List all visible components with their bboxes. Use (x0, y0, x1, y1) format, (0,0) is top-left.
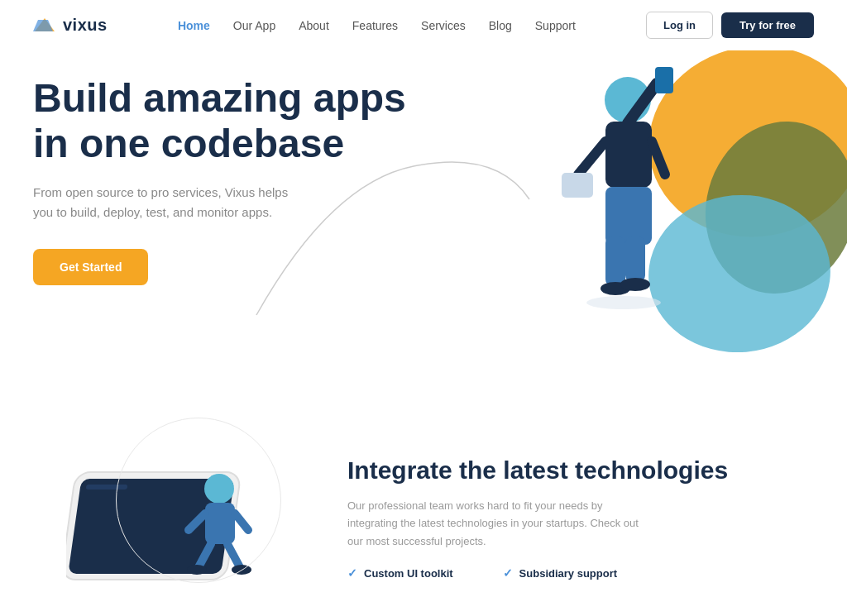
feature-item-1: ✓ Custom UI toolkit (347, 566, 453, 580)
features-list: ✓ Custom UI toolkit ✓ Subsidiary support (347, 566, 814, 580)
check-icon-2: ✓ (503, 566, 513, 580)
logo: vixus (33, 16, 108, 35)
second-section: Integrate the latest technologies Our pr… (0, 414, 847, 608)
integrate-content: Integrate the latest technologies Our pr… (347, 431, 814, 580)
nav-item-ourapp[interactable]: Our App (233, 18, 275, 33)
svg-marker-1 (33, 20, 53, 31)
circle-decoration (116, 418, 281, 583)
navbar: vixus Home Our App About Features Servic… (0, 0, 847, 50)
phone-illustration (66, 423, 314, 591)
get-started-button[interactable]: Get Started (33, 249, 148, 285)
person-illustration (533, 59, 698, 323)
feature-label-1: Custom UI toolkit (364, 567, 453, 580)
check-icon-1: ✓ (347, 566, 357, 580)
nav-item-support[interactable]: Support (535, 18, 576, 33)
nav-item-services[interactable]: Services (421, 18, 466, 33)
brand-name: vixus (63, 16, 108, 35)
svg-point-17 (586, 296, 661, 309)
svg-rect-14 (625, 236, 645, 282)
feature-item-2: ✓ Subsidiary support (503, 566, 617, 580)
integrate-title: Integrate the latest technologies (347, 456, 814, 485)
feature-label-2: Subsidiary support (519, 567, 617, 580)
hero-content: Build amazing apps in one codebase From … (33, 75, 414, 285)
nav-item-blog[interactable]: Blog (489, 18, 512, 33)
hero-subtitle: From open source to pro services, Vixus … (33, 183, 298, 222)
nav-actions: Log in Try for free (646, 12, 814, 39)
login-button[interactable]: Log in (646, 12, 713, 39)
svg-rect-12 (605, 187, 652, 245)
nav-item-about[interactable]: About (299, 18, 329, 33)
svg-rect-13 (605, 236, 625, 286)
svg-rect-8 (605, 122, 652, 188)
hero-title: Build amazing apps in one codebase (33, 75, 414, 166)
nav-item-home[interactable]: Home (178, 18, 210, 33)
hero-section: Build amazing apps in one codebase From … (0, 50, 847, 414)
svg-point-16 (620, 278, 650, 291)
logo-icon (33, 17, 56, 35)
try-for-free-button[interactable]: Try for free (721, 12, 814, 38)
svg-rect-7 (655, 67, 673, 93)
svg-line-11 (652, 141, 665, 174)
nav-links: Home Our App About Features Services Blo… (178, 18, 576, 33)
svg-rect-10 (562, 173, 593, 198)
integrate-description: Our professional team works hard to fit … (347, 497, 645, 550)
svg-line-9 (578, 141, 605, 174)
nav-item-features[interactable]: Features (352, 18, 398, 33)
